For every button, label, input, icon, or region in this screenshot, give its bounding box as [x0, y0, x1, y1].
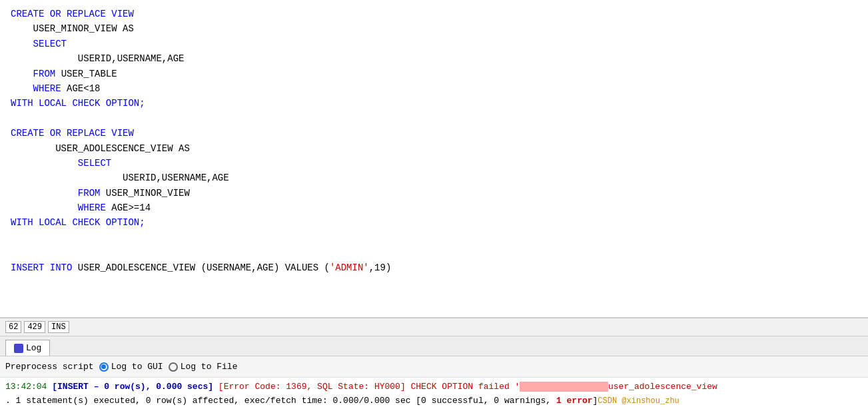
preprocess-label: Preprocess script — [5, 362, 94, 372]
code-line: USER_ADOLESCENCE_VIEW AS — [11, 141, 857, 156]
code-line: USERID,USERNAME,AGE — [11, 171, 857, 185]
code-line: CREATE OR REPLACE VIEW — [11, 7, 857, 21]
log-controls: Preprocess script Log to GUI Log to File — [0, 356, 868, 378]
log-line-1: 13:42:04 [INSERT – 0 row(s), 0.000 secs]… — [5, 380, 863, 394]
code-editor[interactable]: CREATE OR REPLACE VIEW USER_MINOR_VIEW A… — [0, 0, 868, 318]
code-line — [11, 230, 857, 245]
log-tab-icon — [14, 344, 23, 353]
code-line: FROM USER_TABLE — [11, 67, 857, 81]
log-tab-label: Log — [26, 343, 41, 353]
log-summary: . 1 statement(s) executed, 0 row(s) affe… — [5, 396, 556, 406]
col-number: 429 — [24, 321, 45, 333]
log-to-file-radio[interactable] — [169, 362, 178, 372]
code-line: USERID,USERNAME,AGE — [11, 51, 857, 66]
log-line-2: . 1 statement(s) executed, 0 row(s) affe… — [5, 394, 863, 408]
log-tab-bar: Log — [0, 336, 868, 356]
editor-statusbar: 62 429 INS — [0, 318, 868, 336]
code-line — [11, 245, 857, 260]
log-to-file-label[interactable]: Log to File — [169, 362, 238, 372]
code-line: WITH LOCAL CHECK OPTION; — [11, 96, 857, 111]
code-line: WITH LOCAL CHECK OPTION; — [11, 215, 857, 230]
log-to-gui-label[interactable]: Log to GUI — [99, 362, 163, 372]
code-line: FROM USER_MINOR_VIEW — [11, 186, 857, 201]
code-line: SELECT — [11, 156, 857, 171]
bottom-section: 62 429 INS Log Preprocess script Log to … — [0, 318, 868, 411]
log-view-suffix: user_adolescence_view — [608, 382, 717, 392]
log-tab[interactable]: Log — [5, 340, 50, 356]
log-to-gui-text: Log to GUI — [111, 362, 163, 372]
log-to-gui-radio[interactable] — [99, 362, 109, 372]
log-error-code: [Error Code: 1369, SQL State: HY000] — [213, 382, 406, 392]
log-error-count: 1 error — [556, 396, 593, 406]
code-line: WHERE AGE>=14 — [11, 201, 857, 215]
edit-mode: INS — [48, 321, 69, 333]
log-to-file-text: Log to File — [181, 362, 238, 372]
log-insert-status: [INSERT – 0 row(s), 0.000 secs] — [47, 382, 213, 392]
code-line — [11, 111, 857, 126]
log-watermark: CSDN @xinshou_zhu — [598, 396, 679, 406]
line-number: 62 — [5, 321, 21, 333]
log-output: 13:42:04 [INSERT – 0 row(s), 0.000 secs]… — [0, 378, 868, 411]
log-time: 13:42:04 — [5, 382, 47, 392]
code-line: INSERT INTO USER_ADOLESCENCE_VIEW (USERN… — [11, 260, 857, 275]
code-line: SELECT — [11, 37, 857, 51]
code-line: USER_MINOR_VIEW AS — [11, 21, 857, 36]
code-line: CREATE OR REPLACE VIEW — [11, 126, 857, 141]
log-view-name — [520, 382, 608, 392]
log-error-msg: CHECK OPTION failed ' — [406, 382, 520, 392]
code-line: WHERE AGE<18 — [11, 81, 857, 96]
